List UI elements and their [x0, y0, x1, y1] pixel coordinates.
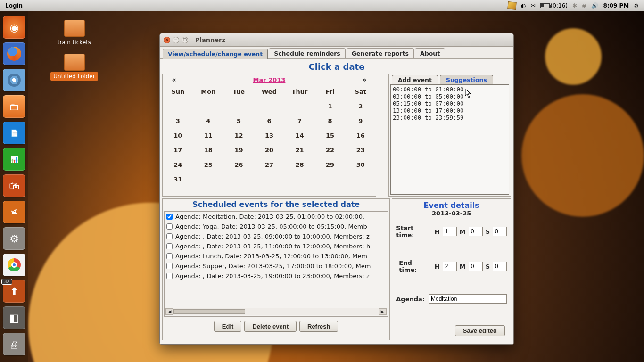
calendar-day[interactable]: 18	[193, 143, 224, 157]
agenda-input[interactable]	[429, 294, 507, 304]
event-row[interactable]: Agenda: Yoga, Date: 2013-03-25, 05:00:00…	[165, 222, 388, 231]
launcher-app-icon[interactable]: ◧	[3, 306, 25, 329]
calendar-day[interactable]: 23	[345, 143, 376, 157]
calendar-day[interactable]: 4	[193, 114, 224, 128]
event-row[interactable]: Agenda: , Date: 2013-03-25, 11:00:00 to …	[165, 241, 388, 251]
event-checkbox[interactable]	[166, 243, 173, 249]
scroll-left-icon[interactable]: ◀	[166, 308, 173, 315]
calendar-next[interactable]: »	[355, 76, 374, 83]
suggestion-item[interactable]: 23:00:00 to 23:59:59	[393, 114, 507, 121]
launcher-app-icon[interactable]: 🖨	[3, 333, 25, 355]
calendar-month[interactable]: Mar 2013	[183, 76, 355, 83]
calendar-day[interactable]: 22	[315, 143, 346, 157]
scroll-right-icon[interactable]: ▶	[379, 308, 386, 315]
calendar-day[interactable]: 3	[163, 114, 193, 128]
close-icon[interactable]: ×	[164, 37, 170, 43]
calendar-day[interactable]: 11	[193, 128, 224, 143]
delete-event-button[interactable]: Delete event	[244, 321, 297, 332]
event-row[interactable]: Agenda: Lunch, Date: 2013-03-25, 12:00:0…	[165, 251, 388, 261]
desktop-folder-train-tickets[interactable]: train tickets	[47, 20, 101, 47]
launcher-impress-icon[interactable]: 📽	[3, 201, 25, 223]
maximize-icon[interactable]: ▢	[182, 37, 188, 43]
start-second-input[interactable]	[493, 227, 507, 236]
panel-battery-icon[interactable]: (0:16)	[540, 2, 568, 9]
save-edited-button[interactable]: Save edited	[455, 325, 505, 336]
panel-session-icon[interactable]: ⚙	[634, 2, 639, 9]
minimize-icon[interactable]: −	[173, 37, 179, 43]
calendar-day[interactable]: 17	[163, 143, 193, 157]
panel-sync-icon[interactable]: ◐	[521, 2, 526, 9]
calendar-day[interactable]: 9	[345, 114, 376, 128]
launcher-calc-icon[interactable]: 📊	[3, 148, 25, 171]
suggestion-item[interactable]: 13:00:00 to 17:00:00	[393, 107, 507, 114]
panel-clock[interactable]: 8:09 PM	[603, 2, 629, 9]
tab-reports[interactable]: Generate reports	[347, 48, 414, 58]
tab-view-schedule[interactable]: View/schedule/change event	[163, 49, 268, 59]
panel-volume-icon[interactable]: 🔊	[591, 2, 598, 9]
launcher-settings-icon[interactable]: ⚙	[3, 227, 25, 250]
calendar-day[interactable]: 19	[223, 143, 254, 157]
tab-reminders[interactable]: Schedule reminders	[269, 48, 346, 58]
desktop-folder-untitled[interactable]: Untitled Folder	[47, 54, 101, 81]
calendar-day[interactable]: 1	[315, 99, 346, 114]
events-list[interactable]: Agenda: Meditation, Date: 2013-03-25, 01…	[164, 211, 388, 317]
start-minute-input[interactable]	[469, 227, 483, 236]
launcher-firefox-icon[interactable]	[3, 42, 25, 65]
calendar-day[interactable]: 13	[254, 128, 285, 143]
suggestion-item[interactable]: 05:15:00 to 07:00:00	[393, 100, 507, 107]
calendar-day[interactable]: 6	[254, 114, 285, 128]
tab-about[interactable]: About	[415, 48, 445, 58]
event-row[interactable]: Agenda: , Date: 2013-03-25, 19:00:00 to …	[165, 271, 388, 281]
end-hour-input[interactable]	[443, 262, 457, 271]
event-checkbox[interactable]	[166, 233, 173, 239]
calendar-day[interactable]: 29	[315, 157, 346, 172]
suggestion-item[interactable]: 00:00:00 to 01:00:00	[393, 86, 507, 93]
event-row[interactable]: Agenda: Supper, Date: 2013-03-25, 17:00:…	[165, 261, 388, 271]
event-checkbox[interactable]	[166, 253, 173, 259]
launcher-files-icon[interactable]: 🗀	[3, 95, 25, 118]
event-row[interactable]: Agenda: Meditation, Date: 2013-03-25, 01…	[165, 212, 388, 222]
launcher-updates-icon[interactable]: 32⬆	[3, 280, 25, 303]
calendar-day[interactable]: 24	[163, 157, 193, 172]
calendar-day[interactable]: 12	[223, 128, 254, 143]
calendar-day[interactable]: 28	[284, 157, 315, 172]
panel-mail-icon[interactable]: ✉	[531, 2, 536, 9]
launcher-chrome-icon[interactable]	[3, 254, 25, 276]
calendar-day[interactable]: 20	[254, 143, 285, 157]
refresh-button[interactable]: Refresh	[299, 321, 338, 332]
calendar-day[interactable]: 30	[345, 157, 376, 172]
calendar-day[interactable]: 16	[345, 128, 376, 143]
end-second-input[interactable]	[493, 262, 507, 271]
panel-bluetooth-icon[interactable]: ✱	[572, 2, 577, 9]
event-checkbox[interactable]	[166, 263, 173, 269]
event-checkbox[interactable]	[166, 273, 173, 279]
edit-button[interactable]: Edit	[214, 321, 242, 332]
calendar-day[interactable]: 27	[254, 157, 285, 172]
panel-notepad-icon[interactable]	[507, 1, 517, 10]
launcher-chromium-icon[interactable]	[3, 69, 25, 91]
panel-menu[interactable]: Login	[5, 2, 23, 9]
event-row[interactable]: Agenda: , Date: 2013-03-25, 09:00:00 to …	[165, 231, 388, 241]
calendar-day[interactable]: 15	[315, 128, 346, 143]
calendar-day[interactable]: 7	[284, 114, 315, 128]
calendar-day[interactable]: 8	[315, 114, 346, 128]
end-minute-input[interactable]	[469, 262, 483, 271]
scroll-thumb[interactable]	[173, 309, 245, 314]
tab-add-event[interactable]: Add event	[392, 75, 438, 84]
event-checkbox[interactable]	[166, 214, 173, 220]
calendar-prev[interactable]: «	[165, 76, 183, 83]
calendar-day[interactable]: 10	[163, 128, 193, 143]
panel-wifi-icon[interactable]: ◉	[582, 2, 586, 9]
launcher-writer-icon[interactable]: 📄	[3, 122, 25, 144]
launcher-dash-icon[interactable]: ◉	[3, 16, 25, 39]
suggestions-list[interactable]: 00:00:00 to 01:00:00 03:00:00 to 05:00:0…	[390, 84, 509, 195]
events-scrollbar[interactable]: ◀ ▶	[165, 308, 387, 315]
calendar-day[interactable]: 5	[223, 114, 254, 128]
start-hour-input[interactable]	[443, 227, 457, 236]
launcher-software-icon[interactable]: 🛍	[3, 174, 25, 197]
calendar-day[interactable]: 26	[223, 157, 254, 172]
calendar-day[interactable]: 31	[163, 172, 193, 187]
calendar-day[interactable]: 2	[345, 99, 376, 114]
calendar-day[interactable]: 21	[284, 143, 315, 157]
suggestion-item[interactable]: 03:00:00 to 05:00:00	[393, 93, 507, 100]
